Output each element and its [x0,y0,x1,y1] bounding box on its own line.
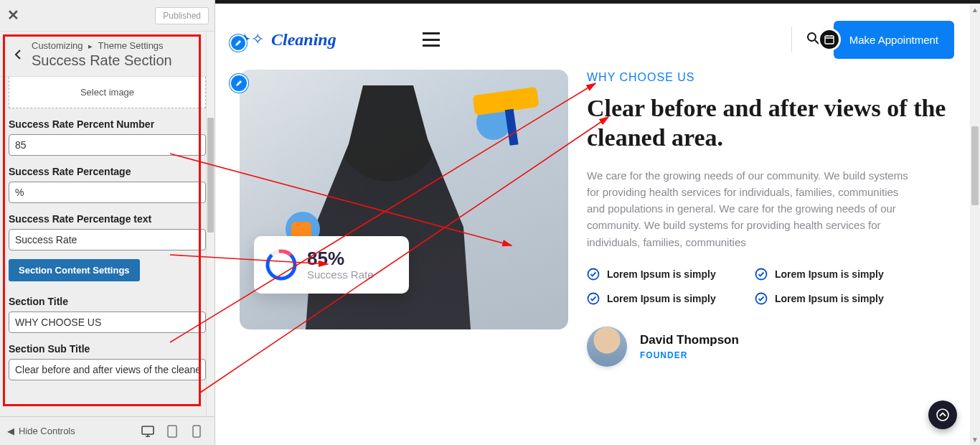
check-item-label: Lorem Ipsum is simply [607,293,716,304]
preview-scrollbar[interactable]: ▲ ▼ [970,4,980,445]
hide-controls-button[interactable]: ◀ Hide Controls [7,426,133,436]
rate-percent: 85% [307,249,374,268]
check-item-label: Lorem Ipsum is simply [775,293,884,304]
customizer-scrollbar[interactable] [206,32,215,416]
section-content-settings-button[interactable]: Section Content Settings [9,259,140,281]
avatar [587,327,627,367]
content-row: 85% Success Rate WHY CHOOSE US Clear bef… [240,70,948,367]
label-section-title: Section Title [9,296,206,307]
svg-point-12 [937,409,948,421]
chevron-left-icon: ◀ [7,426,14,436]
author-role: FOUNDER [640,350,739,360]
customizer-footer: ◀ Hide Controls [0,416,215,445]
svg-rect-1 [168,426,176,437]
section-headline: Clear before and after views of the clea… [587,94,948,153]
hero-image: 85% Success Rate [240,70,568,329]
check-item: Lorem Ipsum is simply [755,268,903,281]
check-item-label: Lorem Ipsum is simply [775,268,884,280]
author-row: David Thompson FOUNDER [587,327,948,367]
scrollbar-thumb[interactable] [971,126,979,205]
label-percent-number: Success Rate Percent Number [9,118,206,130]
rate-percent-symbol: % [328,248,344,269]
success-rate-card: 85% Success Rate [254,236,409,294]
scroll-to-top-button[interactable] [928,400,957,429]
check-item: Lorem Ipsum is simply [587,292,735,305]
check-circle-icon [755,268,768,281]
label-section-subtitle: Section Sub Title [9,343,206,355]
brand-name: Cleaning [271,30,336,50]
input-section-title[interactable] [9,312,206,333]
make-appointment-button[interactable]: Make Appointment [834,21,954,59]
customizer-header-top: ✕ Published [0,0,215,32]
breadcrumb-link[interactable]: Theme Settings [98,40,164,51]
svg-point-7 [265,249,297,281]
image-column: 85% Success Rate [240,70,568,367]
mobile-icon[interactable] [190,425,203,438]
check-circle-icon [587,268,600,281]
nav-divider [791,27,792,52]
calendar-icon [818,28,841,51]
input-percentage-text[interactable] [9,229,206,250]
select-image-button[interactable]: Select image [9,77,206,108]
customizer-panel: ✕ Published Customizing ▸ Theme Settings… [0,0,215,445]
published-button[interactable]: Published [155,7,209,24]
check-item: Lorem Ipsum is simply [755,292,903,305]
svg-rect-0 [142,426,154,434]
section-eyebrow: WHY CHOOSE US [587,71,948,84]
hide-controls-label: Hide Controls [19,426,75,436]
scroll-down-icon[interactable]: ▼ [970,434,980,445]
input-percentage[interactable] [9,182,206,203]
check-item-label: Lorem Ipsum is simply [607,268,716,280]
site-nav: ✦✧ Cleaning Make Appointment [237,12,954,67]
input-percent-number[interactable] [9,134,206,156]
hamburger-menu-icon[interactable] [423,32,440,47]
back-arrow-icon[interactable] [6,37,32,66]
section-paragraph: We care for the growing needs of our com… [587,167,917,250]
author-name: David Thompson [640,333,739,347]
breadcrumb: Customizing ▸ Theme Settings [32,40,212,51]
desktop-icon[interactable] [141,425,154,438]
text-column: WHY CHOOSE US Clear before and after vie… [587,70,948,367]
label-percentage: Success Rate Percentage [9,166,206,177]
section-header: Customizing ▸ Theme Settings Success Rat… [0,32,215,77]
preview-area: ✦✧ Cleaning Make Appointment [215,0,980,445]
rate-label: Success Rate [307,268,374,281]
check-circle-icon [587,292,600,305]
preview-inner: ✦✧ Cleaning Make Appointment [225,4,970,445]
close-icon[interactable]: ✕ [7,5,29,27]
customizer-body: Select image Success Rate Percent Number… [0,77,215,416]
svg-rect-2 [193,426,200,437]
check-circle-icon [755,292,768,305]
input-section-subtitle[interactable] [9,359,206,380]
progress-ring-icon [264,248,298,282]
site-logo[interactable]: ✦✧ Cleaning [238,30,336,50]
squeegee-icon [472,87,539,116]
check-item: Lorem Ipsum is simply [587,268,735,281]
breadcrumb-prefix: Customizing [32,40,83,51]
edit-shortcut-icon[interactable] [230,34,247,52]
section-heading: Success Rate Section [32,52,212,69]
rate-percent-number: 85 [307,248,328,269]
svg-point-6 [265,249,297,281]
chevron-right-icon: ▸ [88,42,93,50]
device-icons [141,425,203,438]
svg-point-3 [808,33,816,41]
checks-grid: Lorem Ipsum is simply Lorem Ipsum is sim… [587,268,903,305]
label-percentage-text: Success Rate Percentage text [9,213,206,225]
svg-rect-4 [825,36,834,44]
scrollbar-thumb[interactable] [207,118,214,233]
tablet-icon[interactable] [166,425,179,438]
scroll-up-icon[interactable]: ▲ [970,4,980,15]
make-appointment-label: Make Appointment [849,34,938,46]
edit-shortcut-icon[interactable] [230,74,248,93]
